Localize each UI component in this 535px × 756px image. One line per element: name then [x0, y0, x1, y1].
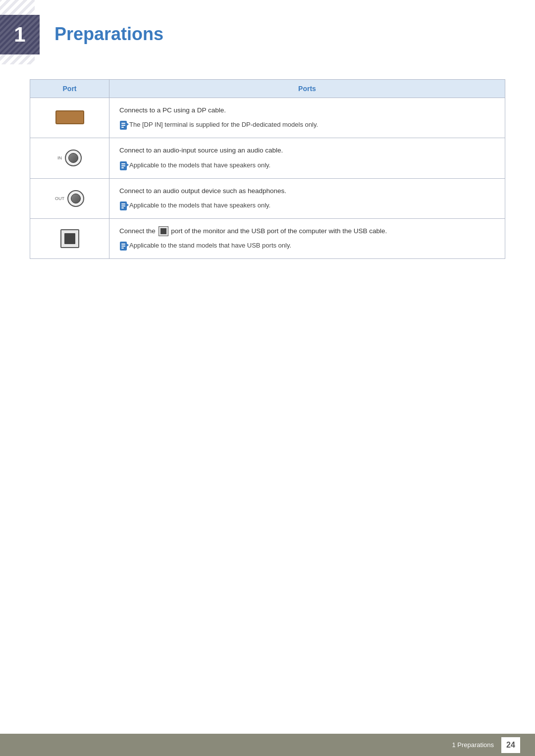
dp-note-text: The [DP IN] terminal is supplied for the…: [129, 120, 318, 129]
dp-description: Connects to a PC using a DP cable.: [119, 105, 495, 115]
usb-description: Connect the port of the monitor and the …: [119, 226, 495, 236]
audio-circle-out: [67, 190, 84, 207]
usb-description-cell: Connect the port of the monitor and the …: [109, 218, 505, 258]
ports-table: Port Ports Connects to a PC using a DP c…: [30, 79, 505, 259]
audio-out-label: OUT: [55, 196, 64, 201]
main-content: Port Ports Connects to a PC using a DP c…: [0, 79, 535, 259]
col-header-port: Port: [30, 80, 109, 98]
svg-rect-18: [121, 246, 125, 247]
svg-rect-14: [121, 207, 124, 208]
svg-rect-3: [121, 125, 125, 126]
table-row: Connect the port of the monitor and the …: [30, 218, 505, 258]
svg-rect-8: [121, 165, 125, 166]
audio-in-label: IN: [57, 155, 62, 160]
svg-rect-19: [121, 248, 124, 249]
usb-desc-part1: Connect the: [119, 227, 156, 235]
audio-circle-inner-out: [71, 194, 81, 203]
usb-inner: [64, 233, 75, 244]
caution-icon: [119, 241, 129, 251]
usb-note-text: Applicable to the stand models that have…: [129, 241, 291, 250]
svg-rect-12: [121, 203, 125, 204]
audio-out-description: Connect to an audio output device such a…: [119, 186, 495, 196]
footer-page-number: 24: [501, 737, 520, 753]
audio-in-note-row: Applicable to the models that have speak…: [119, 161, 495, 171]
inline-usb-inner: [160, 228, 166, 234]
caution-icon: [119, 161, 129, 171]
audio-in-icon: IN: [40, 150, 99, 166]
table-row: IN Connect to an audio-input source usin…: [30, 138, 505, 178]
audio-out-icon: OUT: [40, 190, 99, 207]
chapter-number: 1: [14, 23, 25, 47]
chapter-title: Preparations: [54, 24, 163, 45]
chapter-badge: 1: [0, 15, 40, 54]
usb-desc-part2: port of the monitor and the USB port of …: [171, 227, 387, 235]
table-row: OUT Connect to an audio output device su…: [30, 178, 505, 218]
table-row: Connects to a PC using a DP cable. T: [30, 98, 505, 138]
audio-circle-inner: [68, 153, 78, 163]
svg-rect-7: [121, 163, 125, 164]
usb-note-row: Applicable to the stand models that have…: [119, 241, 495, 251]
dp-description-cell: Connects to a PC using a DP cable. T: [109, 98, 505, 138]
svg-rect-2: [121, 123, 125, 124]
dp-port-icon-cell: [30, 98, 109, 138]
svg-rect-4: [121, 127, 124, 128]
audio-in-description: Connect to an audio-input source using a…: [119, 146, 495, 155]
audio-in-description-cell: Connect to an audio-input source using a…: [109, 138, 505, 178]
audio-circle-in: [65, 150, 82, 166]
svg-rect-13: [121, 205, 125, 206]
svg-rect-9: [121, 167, 124, 168]
svg-marker-16: [127, 244, 129, 247]
svg-marker-6: [127, 163, 129, 166]
inline-usb-icon: [159, 226, 168, 236]
usb-icon-cell: [30, 218, 109, 258]
audio-out-icon-cell: OUT: [30, 178, 109, 218]
svg-marker-1: [127, 123, 129, 126]
col-header-ports: Ports: [109, 80, 505, 98]
audio-out-note-row: Applicable to the models that have speak…: [119, 201, 495, 211]
dp-port-icon: [55, 110, 84, 124]
audio-out-note-text: Applicable to the models that have speak…: [129, 201, 270, 210]
dp-note-row: The [DP IN] terminal is supplied for the…: [119, 120, 495, 130]
page-footer: 1 Preparations 24: [0, 734, 535, 756]
footer-chapter-text: 1 Preparations: [452, 741, 494, 749]
caution-icon: [119, 120, 129, 130]
audio-in-note-text: Applicable to the models that have speak…: [129, 161, 270, 170]
caution-icon: [119, 201, 129, 211]
chapter-header: 1 Preparations: [0, 0, 535, 74]
audio-out-description-cell: Connect to an audio output device such a…: [109, 178, 505, 218]
svg-marker-11: [127, 203, 129, 206]
svg-rect-17: [121, 244, 125, 245]
audio-in-icon-cell: IN: [30, 138, 109, 178]
usb-port-icon: [60, 229, 79, 248]
